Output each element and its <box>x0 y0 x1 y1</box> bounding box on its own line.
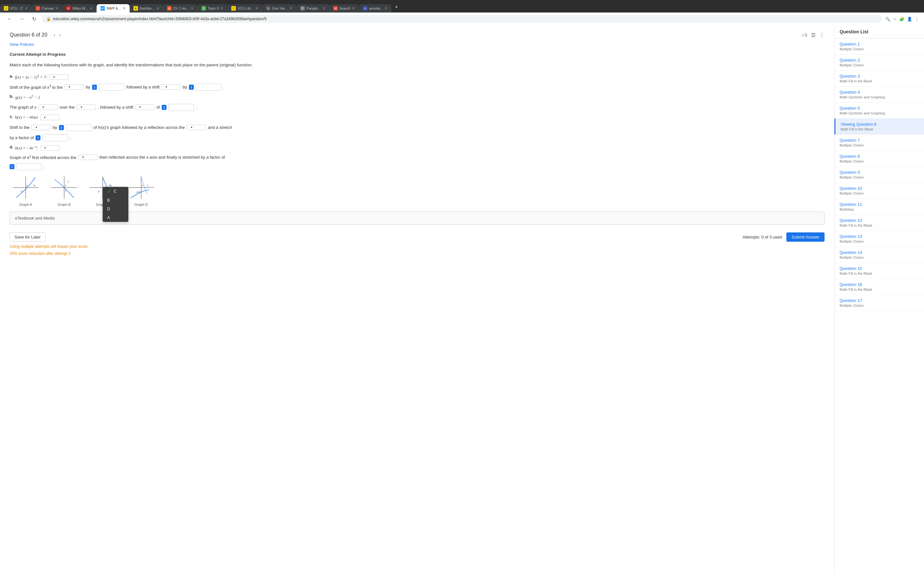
tab-close-dashbo[interactable]: ✕ <box>156 6 160 11</box>
tab-vculib[interactable]: V VCU Lib... ✕ <box>228 4 262 13</box>
part-c-factor-input[interactable] <box>42 134 68 141</box>
prev-question-button[interactable]: ‹ <box>52 32 57 38</box>
part-b-axis-select[interactable] <box>77 105 96 110</box>
tab-close-topic[interactable]: ✕ <box>220 6 224 11</box>
tab-close-ch1[interactable]: ✕ <box>191 6 194 11</box>
sidebar-item-10[interactable]: Question 10 Multiple Choice <box>835 183 924 199</box>
tab-favicon-vculib: V <box>231 6 236 11</box>
part-c-direction-select[interactable] <box>31 125 51 130</box>
part-c-info-btn[interactable]: i <box>59 125 64 130</box>
sidebar-item-11[interactable]: Question 11 Multistep <box>835 199 924 215</box>
sidebar-item-6[interactable]: Viewing Question 6 Math Fill in the Blan… <box>835 119 924 135</box>
part-a-info-btn[interactable]: i <box>92 85 97 90</box>
dropdown-option-d[interactable]: D <box>103 205 128 213</box>
part-a-graph-select[interactable] <box>49 74 68 80</box>
tab-search[interactable]: M Search ✕ <box>330 4 359 13</box>
sidebar-item-8[interactable]: Question 8 Multiple Choice <box>835 151 924 167</box>
url-bar[interactable]: 🔒 education.wiley.com/was/ui/v2/assessme… <box>42 15 882 23</box>
reload-button[interactable]: ↻ <box>29 15 39 23</box>
tab-canvas[interactable]: C Canvas ✕ <box>32 4 62 13</box>
menu-icon[interactable]: ⋮ <box>915 17 919 21</box>
sidebar-item-13[interactable]: Question 13 Multiple Choice <box>835 231 924 247</box>
part-a-info2-btn[interactable]: i <box>189 85 194 90</box>
submit-answer-button[interactable]: Submit Answer <box>787 232 825 242</box>
part-a-shift2-input[interactable] <box>196 84 221 91</box>
sidebar-item-type-8: Multiple Choice <box>840 159 919 163</box>
tab-wiley[interactable]: W Wiley W... ✕ <box>62 4 97 13</box>
dropdown-option-c[interactable]: ✓ C <box>103 187 128 196</box>
tab-close-gun[interactable]: ✕ <box>289 6 292 11</box>
part-d-factor-input[interactable] <box>16 163 42 170</box>
tab-label-annota: annota... <box>369 6 383 10</box>
part-a: a. f(x) = (x − 1)3 + 7: Shift of the gra… <box>10 74 825 91</box>
sidebar-item-16[interactable]: Question 16 Math Fill in the Blank <box>835 279 924 295</box>
tab-para[interactable]: P Paraph... ✕ <box>296 4 330 13</box>
part-d-info-btn[interactable]: i <box>10 164 15 169</box>
tab-close-search[interactable]: ✕ <box>352 6 355 11</box>
part-b-shift-select[interactable] <box>135 105 154 110</box>
tab-close-vcu[interactable]: ✕ <box>25 6 28 11</box>
profile-icon[interactable]: 👤 <box>907 17 912 21</box>
part-b: b. g(x) = −x3 − 2 The graph of x over th… <box>10 94 825 111</box>
tab-annota[interactable]: A annota... ✕ <box>359 4 391 13</box>
sidebar-item-name-7: Question 7 <box>840 138 919 143</box>
part-a-shift2-select[interactable] <box>162 84 181 90</box>
tab-label-canvas: Canvas <box>42 6 53 10</box>
part-c-axis-select[interactable] <box>187 125 206 130</box>
sidebar-item-17[interactable]: Question 17 Multiple Choice <box>835 295 924 311</box>
part-c-formula: h(x) = −4ln(x <box>15 115 38 120</box>
dropdown-option-b[interactable]: B <box>103 196 128 205</box>
sidebar-item-14[interactable]: Question 14 Multiple Choice <box>835 247 924 263</box>
back-button[interactable]: ← <box>5 15 14 23</box>
tab-close-nwp[interactable]: ✕ <box>123 6 126 11</box>
more-options-icon[interactable]: ⋮ <box>819 32 825 38</box>
tab-favicon-nwp: WP <box>100 6 105 11</box>
tab-nwp[interactable]: WP NWP A... ✕ <box>97 4 129 13</box>
sidebar-item-15[interactable]: Question 15 Math Fill in the Blank <box>835 263 924 279</box>
tab-close-vculib[interactable]: ✕ <box>255 6 258 11</box>
tab-close-para[interactable]: ✕ <box>322 6 326 11</box>
tab-dashbo[interactable]: ★ Dashbo... ✕ <box>129 4 163 13</box>
next-question-button[interactable]: › <box>58 32 62 38</box>
tab-close-annota[interactable]: ✕ <box>384 6 388 11</box>
part-b-info-btn[interactable]: i <box>162 105 166 110</box>
part-c-graph-select[interactable] <box>40 115 59 120</box>
sidebar-item-1[interactable]: Question 1 Multiple Choice <box>835 39 924 55</box>
tab-close-wiley[interactable]: ✕ <box>89 6 93 11</box>
part-d-axis-select[interactable] <box>78 155 97 160</box>
sidebar-item-9[interactable]: Question 9 Multiple Choice <box>835 167 924 183</box>
list-view-icon[interactable]: ☰ <box>811 32 816 38</box>
bookmark-icon[interactable]: ☆ <box>893 17 897 21</box>
sidebar-item-12[interactable]: Question 12 Math Fill in the Blank <box>835 215 924 231</box>
part-a-period: . <box>223 85 225 89</box>
part-b-graph-select[interactable] <box>39 105 58 110</box>
part-c-info2-btn[interactable]: i <box>36 135 40 140</box>
extensions-icon[interactable]: 🧩 <box>899 17 905 21</box>
part-a-direction-select[interactable] <box>65 84 84 90</box>
sidebar-item-2[interactable]: Question 2 Multiple Choice <box>835 55 924 71</box>
part-d-graph-select[interactable] <box>40 145 60 151</box>
sidebar-item-5[interactable]: Question 5 Math Symbolic and Graphing <box>835 103 924 119</box>
tab-gun[interactable]: G Gun Vie... ✕ <box>262 4 296 13</box>
save-later-button[interactable]: Save for Later <box>10 232 45 242</box>
forward-button[interactable]: → <box>17 15 26 23</box>
graph-d-item: 1 x -2.8 Graph D <box>125 175 157 206</box>
dropdown-option-a[interactable]: A <box>103 213 128 222</box>
new-tab-button[interactable]: + <box>391 2 401 13</box>
part-c-by-text: by <box>53 125 57 130</box>
sidebar-item-7[interactable]: Question 7 Multiple Choice <box>835 135 924 151</box>
view-policies-link[interactable]: View Policies <box>10 42 825 47</box>
search-icon[interactable]: 🔍 <box>885 17 890 21</box>
sidebar-item-4[interactable]: Question 4 Math Symbolic and Graphing <box>835 87 924 103</box>
part-a-shift-input[interactable] <box>99 84 124 91</box>
warning-text-1: Using multiple attempts will impact your… <box>10 244 825 249</box>
tab-favicon-ch1: ⊕ <box>167 6 172 11</box>
tab-vcu-c[interactable]: V VCU - C ✕ <box>0 4 32 13</box>
part-c-shift-input[interactable] <box>66 124 91 131</box>
address-bar: ← → ↻ 🔒 education.wiley.com/was/ui/v2/as… <box>0 13 924 25</box>
tab-close-canvas[interactable]: ✕ <box>55 6 58 11</box>
tab-ch1[interactable]: ⊕ Ch 1 Ho... ✕ <box>163 4 198 13</box>
part-b-shift-input[interactable] <box>168 104 194 111</box>
sidebar-item-3[interactable]: Question 3 Math Fill in the Blank <box>835 71 924 87</box>
tab-topic[interactable]: ⊙ Topic 0 ✕ <box>198 4 228 13</box>
